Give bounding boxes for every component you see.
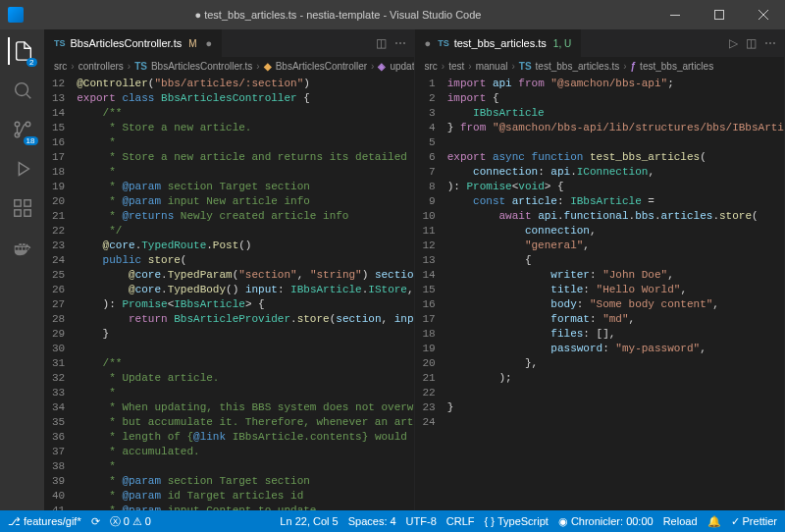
bc-item[interactable]: BbsArticlesController.ts <box>151 61 252 72</box>
window-title: ● test_bbs_articles.ts - nestia-template… <box>24 9 653 21</box>
svg-line-5 <box>26 94 30 98</box>
svg-rect-11 <box>24 200 29 206</box>
maximize-button[interactable] <box>697 0 741 29</box>
explorer-icon[interactable]: 2 <box>8 37 35 65</box>
status-chronicler[interactable]: ◉ Chronicler: 00:00 <box>558 515 654 528</box>
editor-group-right: ● TS test_bbs_articles.ts 1, U ▷ ◫ ⋯ src… <box>415 29 786 510</box>
status-sync[interactable]: ⟳ <box>91 515 100 528</box>
more-icon[interactable]: ⋯ <box>764 36 776 50</box>
split-editor-icon[interactable]: ◫ <box>376 36 387 50</box>
status-language[interactable]: { } TypeScript <box>485 515 549 527</box>
source-control-icon[interactable]: 18 <box>9 116 36 143</box>
tab-right[interactable]: ● TS test_bbs_articles.ts 1, U <box>415 29 583 57</box>
bc-item[interactable]: update <box>390 61 413 72</box>
docker-icon[interactable] <box>9 234 36 261</box>
tabs-left: TS BbsArticlesController.ts M ● ◫ ⋯ <box>44 29 414 57</box>
status-reload[interactable]: Reload <box>663 515 698 527</box>
bc-item[interactable]: controllers <box>78 61 124 72</box>
app-icon <box>8 7 24 23</box>
svg-point-4 <box>15 83 27 96</box>
extensions-icon[interactable] <box>9 194 36 222</box>
tab-left[interactable]: TS BbsArticlesController.ts M ● <box>44 29 223 57</box>
tabs-right: ● TS test_bbs_articles.ts 1, U ▷ ◫ ⋯ <box>415 29 785 57</box>
bc-item[interactable]: manual <box>476 61 508 72</box>
tab-modified: M <box>188 38 196 49</box>
activity-bar: 2 18 <box>0 29 44 510</box>
svg-rect-12 <box>14 210 20 216</box>
bc-item[interactable]: BbsArticlesController <box>276 61 367 72</box>
status-encoding[interactable]: UTF-8 <box>406 515 437 527</box>
bc-item[interactable]: test_bbs_articles.ts <box>536 61 620 72</box>
status-prettier[interactable]: ✓ Prettier <box>731 515 777 528</box>
svg-rect-0 <box>670 15 680 16</box>
bc-item[interactable]: test <box>448 61 464 72</box>
line-gutter: 1213141516171819202122232425262728293031… <box>44 75 77 510</box>
debug-icon[interactable] <box>9 155 36 183</box>
code-lines[interactable]: import api from "@samchon/bbs-api";impor… <box>447 75 784 510</box>
status-eol[interactable]: CRLF <box>446 515 475 527</box>
tab-modified: 1, U <box>553 38 571 49</box>
status-line-col[interactable]: Ln 22, Col 5 <box>280 515 338 527</box>
editor-group-left: TS BbsArticlesController.ts M ● ◫ ⋯ src›… <box>44 29 415 510</box>
breadcrumb-right[interactable]: src› test› manual› TStest_bbs_articles.t… <box>415 57 785 75</box>
bc-item[interactable]: src <box>54 61 67 72</box>
title-bar: ● test_bbs_articles.ts - nestia-template… <box>0 0 785 29</box>
svg-rect-1 <box>714 11 723 20</box>
code-editor-right[interactable]: 123456789101112131415161718192021222324 … <box>415 75 785 510</box>
code-lines[interactable]: @Controller("bbs/articles/:section")expo… <box>77 75 413 510</box>
split-editor-icon[interactable]: ◫ <box>746 36 757 50</box>
explorer-badge: 2 <box>26 58 36 67</box>
bc-item[interactable]: src <box>425 61 438 72</box>
svg-point-8 <box>15 122 20 127</box>
svg-rect-10 <box>14 200 20 206</box>
status-bar: ⎇ features/gif* ⟳ ⓧ 0 ⚠ 0 Ln 22, Col 5 S… <box>0 510 785 532</box>
tab-label: test_bbs_articles.ts <box>454 37 547 49</box>
line-gutter: 123456789101112131415161718192021222324 <box>415 75 447 510</box>
tab-dirty-icon: ● <box>206 37 213 49</box>
breadcrumb-left[interactable]: src› controllers› TSBbsArticlesControlle… <box>44 57 414 75</box>
svg-marker-9 <box>19 163 28 176</box>
status-problems[interactable]: ⓧ 0 ⚠ 0 <box>110 514 151 529</box>
bc-item[interactable]: test_bbs_articles <box>640 61 713 72</box>
scm-badge: 18 <box>24 136 38 145</box>
svg-point-6 <box>26 122 30 127</box>
close-button[interactable] <box>741 0 785 29</box>
status-spaces[interactable]: Spaces: 4 <box>348 515 396 527</box>
run-icon[interactable]: ▷ <box>729 36 738 50</box>
typescript-icon: TS <box>438 38 449 48</box>
status-branch[interactable]: ⎇ features/gif* <box>8 515 81 528</box>
typescript-icon: TS <box>54 38 66 48</box>
tab-label: BbsArticlesController.ts <box>71 37 183 49</box>
code-editor-left[interactable]: 1213141516171819202122232425262728293031… <box>44 75 414 510</box>
tab-dirty-icon: ● <box>425 37 432 49</box>
more-icon[interactable]: ⋯ <box>394 36 406 50</box>
svg-rect-13 <box>24 210 29 216</box>
minimize-button[interactable] <box>653 0 697 29</box>
search-icon[interactable] <box>9 77 36 104</box>
status-bell[interactable]: 🔔 <box>707 515 721 528</box>
